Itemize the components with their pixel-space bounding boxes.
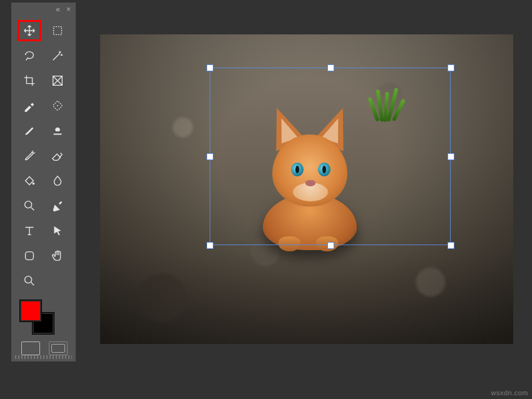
mask-mode-row — [11, 341, 76, 355]
patch-tool[interactable] — [46, 95, 69, 116]
kitten — [244, 100, 369, 256]
shape-tool[interactable] — [18, 245, 41, 266]
collapse-panel-icon[interactable]: « — [56, 5, 60, 14]
paint-bucket-tool[interactable] — [18, 170, 41, 191]
path-select-tool[interactable] — [46, 220, 69, 241]
eraser-tool[interactable] — [46, 145, 69, 166]
lasso-tool[interactable] — [18, 45, 41, 66]
svg-rect-0 — [53, 27, 61, 35]
svg-point-6 — [33, 183, 35, 185]
svg-point-7 — [25, 201, 32, 208]
quick-mask-mode-icon[interactable] — [49, 341, 68, 355]
foreground-swatch[interactable] — [20, 300, 41, 321]
color-swatches[interactable] — [20, 300, 76, 338]
frame-tool[interactable] — [46, 70, 69, 91]
stamp-tool[interactable] — [46, 120, 69, 141]
standard-mode-icon[interactable] — [21, 341, 40, 355]
artboard-tool[interactable] — [46, 20, 69, 41]
panel-header: « × — [11, 3, 76, 16]
close-panel-icon[interactable]: × — [66, 5, 71, 14]
panel-grip[interactable] — [15, 355, 72, 359]
dodge-tool[interactable] — [18, 195, 41, 216]
svg-point-9 — [25, 276, 32, 283]
brush-tool[interactable] — [18, 120, 41, 141]
magic-wand-tool[interactable] — [46, 45, 69, 66]
crop-tool[interactable] — [18, 70, 41, 91]
svg-point-3 — [57, 105, 58, 106]
history-brush-tool[interactable] — [18, 145, 41, 166]
svg-point-4 — [33, 151, 34, 152]
tool-grid — [11, 16, 76, 291]
svg-point-5 — [34, 153, 35, 154]
image-content — [100, 34, 513, 344]
watermark: wsxdn.com — [491, 389, 528, 396]
plant — [369, 88, 407, 122]
zoom-tool[interactable] — [18, 270, 41, 291]
hand-tool[interactable] — [46, 245, 69, 266]
pen-tool[interactable] — [46, 195, 69, 216]
tools-panel: « × — [11, 3, 76, 361]
eyedropper-tool[interactable] — [18, 95, 41, 116]
move-tool[interactable] — [18, 20, 41, 41]
svg-rect-8 — [26, 252, 34, 260]
type-tool[interactable] — [18, 220, 41, 241]
smudge-tool[interactable] — [46, 170, 69, 191]
document-canvas[interactable] — [100, 34, 513, 344]
